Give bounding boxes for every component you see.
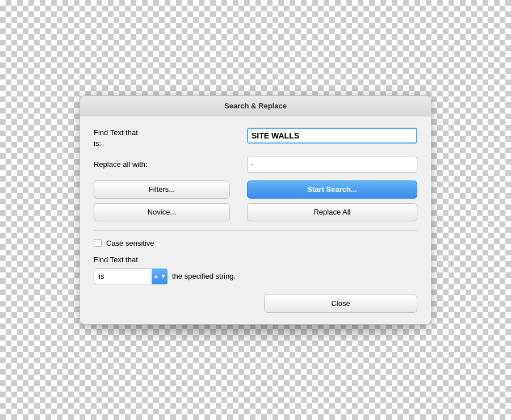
- buttons-row-1: Filters... Start Search...: [94, 180, 417, 199]
- filters-button[interactable]: Filters...: [94, 180, 230, 199]
- case-sensitive-checkbox[interactable]: [94, 239, 102, 247]
- close-row: Close: [94, 295, 417, 313]
- condition-select[interactable]: is contains starts with ends with: [94, 268, 167, 284]
- case-sensitive-label: Case sensitive: [106, 239, 154, 247]
- novice-button[interactable]: Novice...: [94, 203, 230, 221]
- find-text-row: Find Text that is:: [94, 128, 417, 148]
- find-input[interactable]: [247, 128, 417, 144]
- close-button[interactable]: Close: [264, 295, 417, 313]
- dialog-titlebar: Search & Replace: [80, 96, 431, 116]
- case-sensitive-row: Case sensitive: [94, 239, 417, 247]
- search-replace-dialog: Search & Replace Find Text that is: Repl…: [79, 95, 432, 324]
- dialog-title: Search & Replace: [224, 102, 287, 110]
- divider: [94, 230, 417, 231]
- find-label: Find Text that is:: [94, 128, 185, 148]
- replace-all-button[interactable]: Replace All: [247, 203, 417, 221]
- select-wrapper: is contains starts with ends with ▲ ▼: [94, 268, 167, 284]
- replace-row: Replace all with:: [94, 157, 417, 173]
- replace-input[interactable]: [247, 157, 417, 173]
- string-label: the specified string.: [172, 272, 236, 280]
- find-text-controls: is contains starts with ends with ▲ ▼ th…: [94, 268, 417, 284]
- replace-label: Replace all with:: [94, 160, 185, 169]
- find-text-label: Find Text that: [94, 255, 417, 264]
- dialog-shadow: Search & Replace Find Text that is: Repl…: [79, 95, 432, 324]
- buttons-row-2: Novice... Replace All: [94, 203, 417, 221]
- start-search-button[interactable]: Start Search...: [247, 180, 417, 199]
- dialog-body: Find Text that is: Replace all with: Fil…: [80, 116, 431, 324]
